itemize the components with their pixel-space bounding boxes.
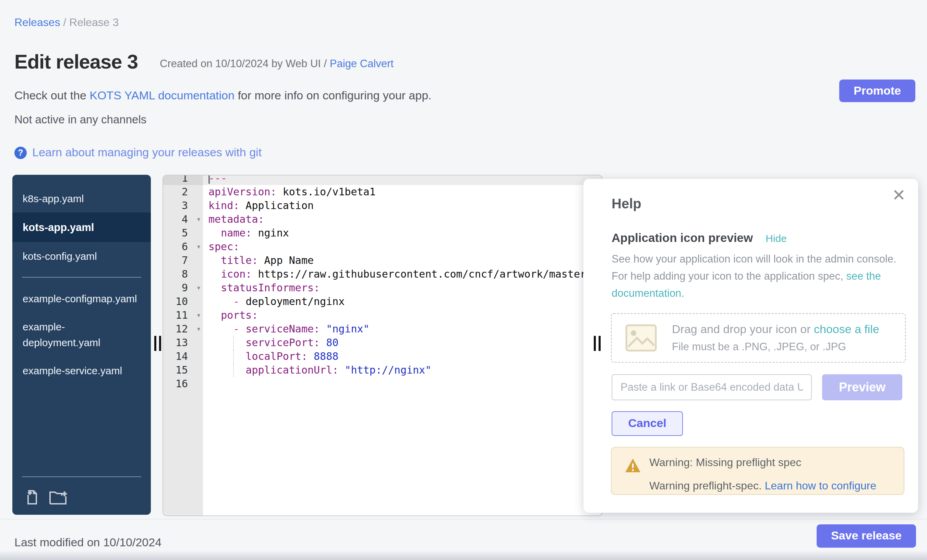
code-line[interactable]: ports:	[203, 308, 602, 322]
gutter-line-number: 2	[163, 185, 203, 199]
gutter-line-number: 4▾	[163, 212, 203, 226]
doc-suffix: for more info on configuring your app.	[234, 89, 432, 102]
help-panel-resize-handle[interactable]	[594, 336, 602, 351]
icon-dropzone[interactable]: Drag and drop your icon or choose a file…	[611, 313, 906, 363]
author-link[interactable]: Paige Calvert	[330, 58, 394, 69]
code-line[interactable]: icon: https://raw.githubusercontent.com/…	[203, 267, 602, 281]
gutter-line-number: 8	[163, 267, 203, 281]
footer-divider	[0, 519, 927, 519]
sidebar-resize-handle[interactable]	[154, 336, 163, 351]
gutter-line-number: 6▾	[163, 240, 203, 253]
code-line[interactable]	[203, 377, 602, 391]
code-token	[208, 282, 221, 294]
code-token: localPort:	[245, 350, 307, 363]
code-token: applicationUrl:	[245, 364, 338, 376]
channel-status: Not active in any channels	[14, 113, 146, 126]
file-item[interactable]: example-configmap.yaml	[12, 284, 151, 313]
code-token: "nginx"	[326, 323, 369, 335]
code-line[interactable]: metadata:	[203, 212, 602, 226]
code-line[interactable]: servicePort: 80	[203, 336, 602, 349]
dropzone-file-rule: File must be a .PNG, .JPEG, or .JPG	[672, 341, 879, 353]
file-item[interactable]: k8s-app.yaml	[12, 184, 151, 212]
git-help-link[interactable]: Learn about managing your releases with …	[32, 146, 261, 160]
kots-yaml-doc-link[interactable]: KOTS YAML documentation	[90, 89, 234, 102]
choose-file-link[interactable]: choose a file	[814, 323, 879, 336]
icon-url-input[interactable]	[612, 374, 812, 400]
breadcrumb: Releases / Release 3	[14, 17, 119, 29]
code-line[interactable]: - deployment/nginx	[203, 295, 602, 308]
breadcrumb-separator: /	[63, 17, 69, 28]
file-item[interactable]: example-deployment.yaml	[12, 313, 151, 357]
gutter-line-number: 12▾	[163, 322, 203, 336]
code-token: serviceName:	[245, 323, 320, 335]
gutter-line-number: 13	[163, 336, 203, 349]
code-token: "http://nginx"	[345, 364, 431, 376]
hide-link[interactable]: Hide	[766, 232, 787, 244]
code-token: statusInformers:	[221, 282, 320, 294]
created-info: Created on 10/10/2024 by Web UI / Paige …	[160, 58, 394, 70]
fold-arrow-icon[interactable]: ▾	[197, 322, 200, 336]
git-help-row[interactable]: ? Learn about managing your releases wit…	[14, 146, 261, 160]
code-line[interactable]: spec:	[203, 240, 602, 253]
code-token	[320, 337, 326, 349]
preview-button[interactable]: Preview	[822, 374, 902, 400]
fold-arrow-icon[interactable]: ▾	[197, 281, 200, 295]
sidebar-divider	[22, 277, 141, 278]
gutter-line-number: 15	[163, 363, 203, 377]
file-item[interactable]: kots-app.yaml	[12, 212, 151, 242]
code-token: https://raw.githubusercontent.com/cncf/a…	[252, 268, 592, 280]
code-line[interactable]: localPort: 8888	[203, 349, 602, 363]
gutter-line-number: 10	[163, 295, 203, 308]
help-panel: ✕ Help Application icon preview Hide See…	[584, 179, 918, 513]
dropzone-prefix: Drag and drop your icon or	[672, 323, 814, 336]
cancel-button[interactable]: Cancel	[612, 411, 683, 436]
code-token: ---	[208, 175, 227, 184]
code-token: -	[233, 296, 245, 308]
code-token	[208, 337, 245, 349]
add-folder-icon[interactable]	[49, 490, 68, 505]
warning-triangle-icon	[625, 458, 641, 473]
text-cursor	[208, 175, 210, 184]
preflight-warning-box: Warning: Missing preflight spec Warning …	[611, 447, 904, 495]
breadcrumb-releases-link[interactable]: Releases	[14, 17, 60, 28]
warning-detail-text: Warning preflight-spec.	[649, 480, 765, 492]
file-item[interactable]: kots-config.yaml	[12, 242, 151, 270]
code-token	[208, 350, 245, 363]
code-line[interactable]: apiVersion: kots.io/v1beta1	[203, 185, 602, 199]
yaml-editor[interactable]: 1234▾56▾789▾1011▾12▾13141516 ---apiVersi…	[163, 175, 603, 516]
promote-button[interactable]: Promote	[839, 79, 915, 102]
code-line[interactable]: statusInformers:	[203, 281, 602, 295]
gutter-line-number: 14	[163, 349, 203, 363]
close-icon[interactable]: ✕	[892, 186, 906, 205]
code-line[interactable]: name: nginx	[203, 226, 602, 240]
code-token	[307, 350, 314, 363]
code-token	[208, 323, 233, 335]
description-period: .	[681, 287, 684, 299]
doc-line: Check out the KOTS YAML documentation fo…	[14, 89, 432, 103]
warning-detail: Warning preflight-spec. Learn how to con…	[649, 480, 876, 492]
add-file-icon[interactable]	[25, 490, 41, 505]
gutter-line-number: 7	[163, 253, 203, 267]
file-item[interactable]: example-service.yaml	[12, 357, 151, 384]
code-line[interactable]: ---	[203, 175, 602, 185]
gutter-line-number: 9▾	[163, 281, 203, 295]
code-token	[338, 364, 345, 376]
code-line[interactable]: applicationUrl: "http://nginx"	[203, 363, 602, 377]
fold-arrow-icon[interactable]: ▾	[197, 212, 200, 226]
fold-arrow-icon[interactable]: ▾	[197, 308, 200, 322]
code-line[interactable]: - serviceName: "nginx"	[203, 322, 602, 336]
indent-guide	[233, 363, 234, 377]
code-token: kots.io/v1beta1	[277, 186, 376, 198]
code-token: deployment/nginx	[245, 296, 345, 308]
code-line[interactable]: title: App Name	[203, 253, 602, 267]
save-release-button[interactable]: Save release	[817, 524, 916, 548]
created-text: Created on 10/10/2024 by Web UI /	[160, 58, 330, 69]
file-sidebar: k8s-app.yamlkots-app.yamlkots-config.yam…	[12, 175, 151, 515]
sidebar-bottom-divider	[22, 477, 141, 477]
fold-arrow-icon[interactable]: ▾	[197, 240, 200, 253]
learn-configure-link[interactable]: Learn how to configure	[765, 480, 877, 492]
code-token	[208, 254, 221, 267]
gutter-line-number: 11▾	[163, 308, 203, 322]
gutter-line-number: 5	[163, 226, 203, 240]
code-line[interactable]: kind: Application	[203, 199, 602, 212]
